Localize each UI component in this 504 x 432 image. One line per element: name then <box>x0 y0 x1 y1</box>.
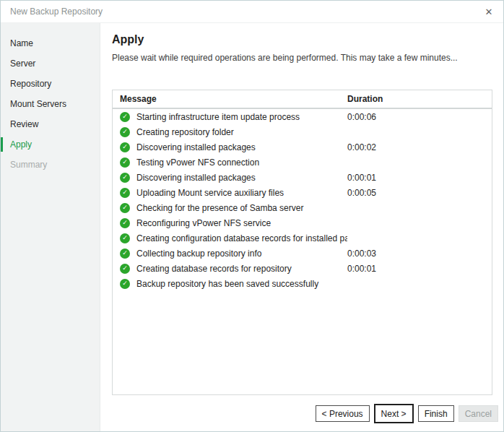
window-body: NameServerRepositoryMount ServersReviewA… <box>1 23 503 431</box>
table-row[interactable]: ✓Creating configuration database records… <box>113 230 492 246</box>
table-row[interactable]: ✓Creating repository folder <box>113 124 492 139</box>
sidebar-item-summary[interactable]: Summary <box>1 155 100 175</box>
table-row[interactable]: ✓Starting infrastructure item update pro… <box>113 109 492 124</box>
row-duration: 0:00:02 <box>347 142 492 152</box>
title-bar: New Backup Repository ✕ <box>1 1 503 23</box>
column-header-message: Message <box>120 94 347 104</box>
previous-button[interactable]: < Previous <box>316 405 370 422</box>
wizard-steps-sidebar: NameServerRepositoryMount ServersReviewA… <box>1 23 100 431</box>
table-row[interactable]: ✓Discovering installed packages0:00:01 <box>113 170 492 185</box>
row-duration: 0:00:01 <box>347 173 492 183</box>
cancel-button[interactable]: Cancel <box>459 405 498 422</box>
row-message: Backup repository has been saved success… <box>136 279 347 289</box>
wizard-buttons: < PreviousNext >FinishCancel <box>316 404 498 423</box>
row-duration: 0:00:01 <box>347 264 492 274</box>
row-duration: 0:00:06 <box>347 112 492 122</box>
sidebar-item-label: Repository <box>10 79 51 89</box>
close-icon: ✕ <box>485 7 493 17</box>
row-message: Collecting backup repository info <box>136 249 347 259</box>
success-check-icon: ✓ <box>120 142 130 152</box>
success-check-icon: ✓ <box>120 279 130 289</box>
table-row[interactable]: ✓Backup repository has been saved succes… <box>113 276 492 291</box>
row-message: Testing vPower NFS connection <box>136 157 347 168</box>
new-backup-repository-wizard: New Backup Repository ✕ NameServerReposi… <box>0 0 504 432</box>
row-message: Creating repository folder <box>136 127 347 137</box>
row-message: Uploading Mount service auxiliary files <box>136 188 347 198</box>
column-header-duration: Duration <box>347 94 492 104</box>
finish-button[interactable]: Finish <box>418 405 454 422</box>
row-message: Reconfiguring vPower NFS service <box>136 218 347 228</box>
sidebar-item-label: Review <box>10 119 38 129</box>
table-row[interactable]: ✓Discovering installed packages0:00:02 <box>113 139 492 155</box>
row-duration: 0:00:05 <box>347 188 492 198</box>
success-check-icon: ✓ <box>120 264 130 274</box>
table-row[interactable]: ✓Checking for the presence of Samba serv… <box>113 200 492 215</box>
page-title: Apply <box>112 33 492 46</box>
sidebar-item-review[interactable]: Review <box>1 114 100 134</box>
step-content: Apply Please wait while required operati… <box>100 23 503 431</box>
table-row[interactable]: ✓Reconfiguring vPower NFS service <box>113 215 492 230</box>
table-rows: ✓Starting infrastructure item update pro… <box>113 109 492 291</box>
window-title: New Backup Repository <box>10 7 103 17</box>
success-check-icon: ✓ <box>120 203 130 213</box>
sidebar-item-server[interactable]: Server <box>1 53 100 74</box>
success-check-icon: ✓ <box>120 127 130 137</box>
next-button[interactable]: Next > <box>374 404 414 423</box>
success-check-icon: ✓ <box>120 188 130 198</box>
row-message: Discovering installed packages <box>136 173 347 183</box>
row-message: Checking for the presence of Samba serve… <box>136 203 347 213</box>
success-check-icon: ✓ <box>120 173 130 183</box>
operations-list: Message Duration ✓Starting infrastructur… <box>112 90 492 395</box>
table-row[interactable]: ✓Uploading Mount service auxiliary files… <box>113 185 492 200</box>
sidebar-item-mount-servers[interactable]: Mount Servers <box>1 94 100 114</box>
sidebar-item-repository[interactable]: Repository <box>1 74 100 94</box>
sidebar-item-name[interactable]: Name <box>1 33 100 53</box>
table-header: Message Duration <box>113 90 492 109</box>
row-duration: 0:00:03 <box>347 249 492 259</box>
success-check-icon: ✓ <box>120 112 130 122</box>
row-message: Starting infrastructure item update proc… <box>136 112 347 122</box>
success-check-icon: ✓ <box>120 233 130 243</box>
sidebar-item-label: Server <box>10 59 35 69</box>
table-row[interactable]: ✓Testing vPower NFS connection <box>113 155 492 170</box>
current-step-indicator <box>1 137 3 152</box>
sidebar-item-label: Name <box>10 38 33 48</box>
success-check-icon: ✓ <box>120 249 130 259</box>
success-check-icon: ✓ <box>120 218 130 228</box>
sidebar-item-label: Mount Servers <box>10 99 66 109</box>
row-message: Discovering installed packages <box>136 142 347 152</box>
table-row[interactable]: ✓Creating database records for repositor… <box>113 261 492 276</box>
row-message: Creating configuration database records … <box>136 233 347 243</box>
page-subtitle: Please wait while required operations ar… <box>112 53 492 63</box>
row-message: Creating database records for repository <box>136 264 347 274</box>
table-row[interactable]: ✓Collecting backup repository info0:00:0… <box>113 246 492 261</box>
close-button[interactable]: ✕ <box>474 1 503 22</box>
sidebar-item-apply[interactable]: Apply <box>1 134 100 155</box>
success-check-icon: ✓ <box>120 157 130 168</box>
sidebar-item-label: Apply <box>10 139 32 150</box>
sidebar-item-label: Summary <box>10 160 47 170</box>
